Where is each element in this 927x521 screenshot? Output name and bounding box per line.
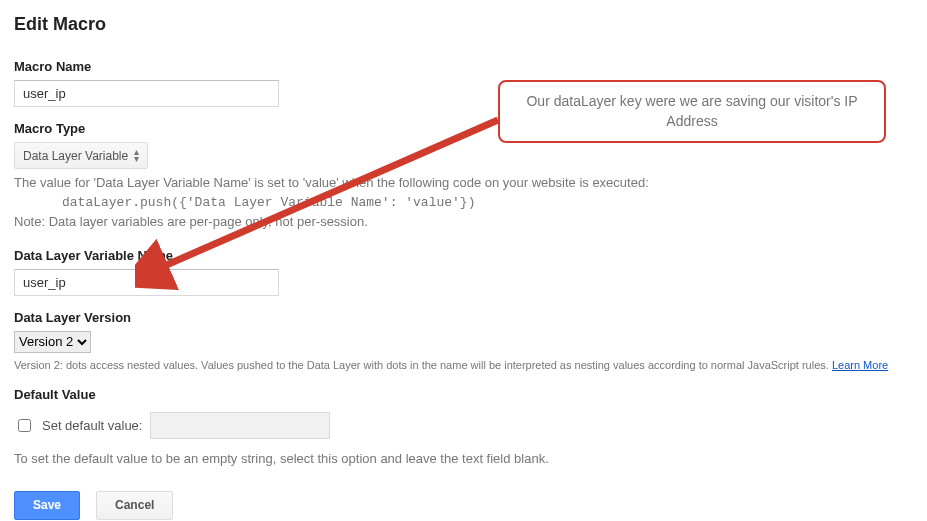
- annotation-text: Our dataLayer key were we are saving our…: [526, 93, 857, 129]
- macro-type-help-line2: Note: Data layer variables are per-page …: [14, 212, 913, 232]
- var-name-input[interactable]: [14, 269, 279, 296]
- macro-type-help-line1: The value for 'Data Layer Variable Name'…: [14, 173, 913, 193]
- page-title: Edit Macro: [14, 14, 913, 35]
- version-label: Data Layer Version: [14, 310, 913, 325]
- set-default-label: Set default value:: [42, 418, 142, 433]
- set-default-checkbox[interactable]: [18, 419, 31, 432]
- macro-name-label: Macro Name: [14, 59, 913, 74]
- default-value-help: To set the default value to be an empty …: [14, 449, 913, 469]
- macro-type-select[interactable]: Data Layer Variable ▴▾: [14, 142, 148, 169]
- default-value-input[interactable]: [150, 412, 330, 439]
- annotation-callout: Our dataLayer key were we are saving our…: [498, 80, 886, 143]
- version-help: Version 2: dots access nested values. Va…: [14, 359, 829, 371]
- cancel-button[interactable]: Cancel: [96, 491, 173, 520]
- macro-name-input[interactable]: [14, 80, 279, 107]
- macro-type-selected: Data Layer Variable: [23, 149, 128, 163]
- default-value-label: Default Value: [14, 387, 913, 402]
- version-select[interactable]: Version 2: [14, 331, 91, 353]
- learn-more-link[interactable]: Learn More: [832, 359, 888, 371]
- var-name-label: Data Layer Variable Name: [14, 248, 913, 263]
- save-button[interactable]: Save: [14, 491, 80, 520]
- macro-type-help-code: dataLayer.push({'Data Layer Variable Nam…: [14, 193, 913, 213]
- sort-caret-icon: ▴▾: [134, 147, 139, 164]
